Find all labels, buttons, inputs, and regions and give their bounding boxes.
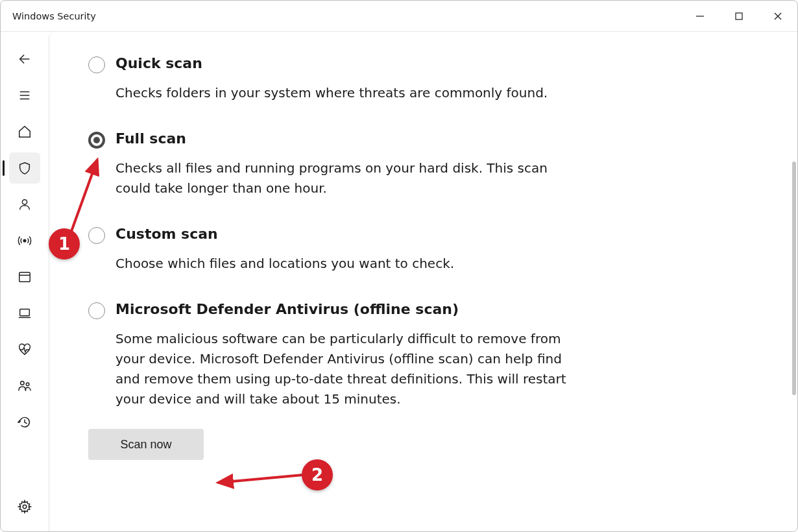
menu-icon bbox=[18, 88, 32, 103]
window-title: Windows Security bbox=[12, 11, 96, 21]
minimize-icon bbox=[695, 12, 705, 21]
svg-rect-1 bbox=[736, 13, 742, 19]
sidebar bbox=[1, 32, 49, 531]
home-icon bbox=[18, 125, 32, 139]
family-icon bbox=[18, 379, 32, 393]
option-description: Some malicious software can be particula… bbox=[115, 329, 568, 409]
sidebar-item-home[interactable] bbox=[9, 116, 40, 147]
sidebar-item-app-browser-control[interactable] bbox=[9, 261, 40, 293]
gear-icon bbox=[18, 500, 32, 514]
close-button[interactable] bbox=[758, 1, 797, 31]
laptop-icon bbox=[18, 306, 32, 320]
window-body: Quick scan Checks folders in your system… bbox=[1, 32, 797, 531]
titlebar: Windows Security bbox=[1, 1, 797, 32]
svg-rect-10 bbox=[19, 272, 30, 282]
back-icon bbox=[18, 52, 32, 66]
app-window: Windows Security bbox=[0, 0, 798, 532]
sidebar-item-family-options[interactable] bbox=[9, 370, 40, 402]
menu-button[interactable] bbox=[9, 80, 40, 111]
sidebar-item-device-performance[interactable] bbox=[9, 334, 40, 365]
scan-now-button[interactable]: Scan now bbox=[88, 429, 204, 460]
sidebar-item-protection-history[interactable] bbox=[9, 407, 40, 438]
sidebar-item-device-security[interactable] bbox=[9, 298, 40, 329]
vertical-scrollbar[interactable] bbox=[792, 162, 796, 395]
sidebar-item-settings[interactable] bbox=[9, 491, 40, 522]
heart-icon bbox=[18, 343, 32, 357]
sidebar-item-virus-threat-protection[interactable] bbox=[9, 152, 40, 184]
window-icon bbox=[18, 270, 32, 284]
svg-point-15 bbox=[26, 383, 29, 386]
svg-point-9 bbox=[23, 239, 26, 242]
option-title: Custom scan bbox=[115, 226, 568, 242]
option-title: Microsoft Defender Antivirus (offline sc… bbox=[115, 301, 568, 317]
window-controls bbox=[681, 1, 797, 31]
maximize-icon bbox=[734, 12, 744, 21]
scan-option-offline: Microsoft Defender Antivirus (offline sc… bbox=[88, 301, 568, 409]
broadcast-icon bbox=[18, 234, 32, 248]
sidebar-item-account-protection[interactable] bbox=[9, 189, 40, 220]
maximize-button[interactable] bbox=[719, 1, 758, 31]
back-button[interactable] bbox=[9, 43, 40, 75]
history-icon bbox=[18, 415, 32, 429]
radio-offline-scan[interactable] bbox=[88, 302, 105, 319]
scan-option-quick: Quick scan Checks folders in your system… bbox=[88, 55, 568, 103]
content-area: Quick scan Checks folders in your system… bbox=[49, 32, 797, 531]
option-description: Checks all files and running programs on… bbox=[115, 158, 568, 199]
radio-full-scan[interactable] bbox=[88, 132, 105, 149]
svg-line-18 bbox=[218, 475, 303, 483]
annotation-callout-1: 1 bbox=[49, 228, 80, 260]
close-icon bbox=[773, 12, 782, 21]
svg-line-17 bbox=[70, 160, 97, 235]
svg-point-16 bbox=[23, 505, 27, 509]
annotation-arrow-2 bbox=[209, 463, 313, 489]
person-icon bbox=[18, 197, 32, 212]
svg-point-14 bbox=[21, 381, 24, 385]
svg-rect-12 bbox=[20, 309, 30, 316]
scan-option-custom: Custom scan Choose which files and locat… bbox=[88, 226, 568, 274]
option-title: Quick scan bbox=[115, 55, 568, 71]
sidebar-item-firewall-network[interactable] bbox=[9, 225, 40, 256]
option-description: Choose which files and locations you wan… bbox=[115, 254, 568, 274]
radio-quick-scan[interactable] bbox=[88, 56, 105, 73]
scan-option-full: Full scan Checks all files and running p… bbox=[88, 130, 568, 199]
option-title: Full scan bbox=[115, 130, 568, 147]
option-description: Checks folders in your system where thre… bbox=[115, 83, 568, 103]
minimize-button[interactable] bbox=[681, 1, 719, 31]
annotation-callout-2: 2 bbox=[302, 459, 333, 490]
shield-icon bbox=[18, 161, 32, 175]
svg-point-8 bbox=[22, 200, 27, 204]
